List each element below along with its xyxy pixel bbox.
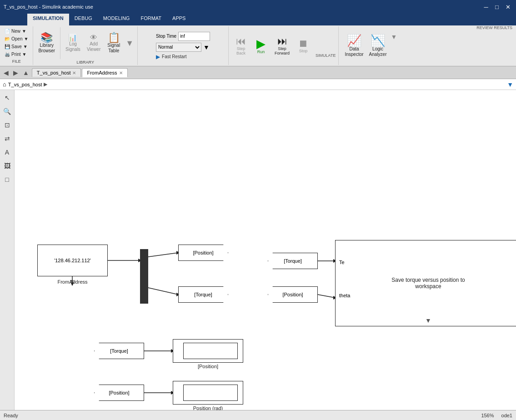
library-expand-icon[interactable]: ▼: [125, 38, 135, 49]
goto-torque-text: [Torque]: [194, 292, 212, 297]
fast-restart-icon: ▶: [156, 54, 160, 60]
rect-icon[interactable]: □: [1, 174, 13, 185]
ribbon: 📄 New ▼ 📂 Open ▼ 💾 Save ▼ 🖨️ Print: [0, 25, 516, 66]
print-button[interactable]: 🖨️ Print ▼: [3, 51, 30, 58]
goto-torque-block[interactable]: [Torque]: [178, 286, 228, 303]
sim-mode-select[interactable]: Normal Accelerator Rapid Accelerator: [156, 43, 201, 52]
solver-type: ode1: [501, 413, 512, 418]
tab-simulation[interactable]: SIMULATION: [27, 14, 69, 25]
step-forward-icon: ⏭: [277, 36, 287, 46]
minimize-button[interactable]: ─: [481, 2, 491, 11]
new-icon: 📄: [5, 29, 10, 34]
status-bar: Ready 156% ode1: [0, 410, 516, 420]
goto-position-block[interactable]: [Position]: [178, 245, 228, 261]
tab-from-address[interactable]: FromAddress ✕: [82, 68, 127, 77]
signal-table-button[interactable]: 📋 SignalTable: [105, 31, 123, 55]
home-icon[interactable]: ⌂: [3, 81, 6, 88]
open-button[interactable]: 📂 Open ▼: [3, 35, 30, 42]
tab-apps[interactable]: APPS: [167, 14, 191, 25]
prepare-expand-icon[interactable]: ▼: [203, 44, 210, 51]
run-button[interactable]: ▶ Run: [251, 35, 271, 56]
forward-button[interactable]: ▶: [11, 68, 20, 77]
ribbon-group-file: 📄 New ▼ 📂 Open ▼ 💾 Save ▼ 🖨️ Print: [0, 26, 33, 65]
review-expand-icon[interactable]: ▼: [390, 32, 398, 41]
log-signals-icon: 📊: [68, 34, 77, 41]
fromaddress-block[interactable]: '128.46.212.112': [37, 245, 108, 276]
run-icon: ▶: [256, 38, 266, 50]
address-bar: ⌂ T_vs_pos_host ▶ ▼: [0, 79, 516, 90]
scope2-display: [183, 385, 238, 401]
te-label: Te: [339, 260, 345, 265]
print-icon: 🖨️: [5, 52, 10, 57]
tab-format[interactable]: FORMAT: [135, 14, 167, 25]
step-back-button[interactable]: ⏮ StepBack: [231, 34, 250, 58]
tab-t-vs-pos-host[interactable]: T_vs_pos_host ✕: [32, 68, 81, 77]
simulate-label: SIMULATE: [314, 36, 336, 64]
add-viewer-button[interactable]: 👁 AddViewer: [85, 33, 103, 54]
from-torque2-text: [Torque]: [110, 348, 128, 354]
scope2-label: Position (rad): [173, 405, 243, 410]
review-label: REVIEW RESULTS: [476, 25, 512, 30]
main-layout: ↖ 🔍 ⊡ ⇄ A 🖼 □: [0, 90, 516, 410]
from-torque1-text: [Torque]: [284, 258, 302, 264]
stop-time-input[interactable]: [178, 32, 210, 41]
canvas: '128.46.212.112' FromAddress [Position] …: [15, 90, 516, 410]
ribbon-group-prepare: Stop Time Normal Accelerator Rapid Accel…: [138, 26, 229, 65]
breadcrumb: T_vs_pos_host: [8, 82, 42, 87]
scope1-block[interactable]: [173, 339, 243, 363]
demux-block[interactable]: [140, 249, 148, 304]
zoom-level: 156%: [481, 413, 494, 418]
from-torque1-block[interactable]: [Torque]: [268, 253, 318, 269]
data-inspector-button[interactable]: 📈 DataInspector: [342, 33, 366, 59]
save-button[interactable]: 💾 Save ▼: [3, 43, 30, 50]
title-bar: T_vs_pos_host - Simulink academic use ─ …: [0, 0, 516, 14]
from-torque2-block[interactable]: [Torque]: [94, 343, 144, 359]
signal-table-icon: 📋: [108, 33, 120, 43]
image-icon[interactable]: 🖼: [1, 160, 13, 172]
logic-analyzer-button[interactable]: 📉 LogicAnalyzer: [367, 33, 389, 59]
save-block-text: Save torque versus position to workspace: [382, 277, 475, 290]
up-button[interactable]: ▲: [21, 68, 31, 77]
app-title: T_vs_pos_host - Simulink academic use: [4, 4, 93, 10]
fromaddr-down-arrow: ▼: [69, 278, 75, 285]
status-ready: Ready: [4, 413, 18, 418]
left-toolbar: ↖ 🔍 ⊡ ⇄ A 🖼 □: [0, 90, 15, 410]
save-block[interactable]: Save torque versus position to workspace…: [335, 240, 516, 326]
maximize-button[interactable]: □: [492, 2, 501, 11]
text-icon[interactable]: A: [1, 146, 13, 158]
new-button[interactable]: 📄 New ▼: [3, 28, 30, 35]
log-signals-button[interactable]: 📊 LogSignals: [63, 33, 83, 54]
tab-label-active: FromAddress: [87, 70, 117, 75]
toggle-icon[interactable]: ⇄: [1, 133, 13, 145]
data-inspector-icon: 📈: [347, 35, 361, 46]
goto-position-text: [Position]: [193, 250, 213, 255]
ribbon-group-review: 📈 DataInspector 📉 LogicAnalyzer ▼ REVIEW…: [339, 26, 516, 65]
fit-view-icon[interactable]: ⊡: [1, 119, 13, 131]
open-icon: 📂: [5, 36, 10, 41]
nav-icon[interactable]: ↖: [1, 92, 13, 104]
stop-button[interactable]: ⏹ Stop: [294, 36, 313, 55]
from-position2-text: [Position]: [109, 390, 129, 395]
save-down-arrow: ▼: [425, 317, 431, 324]
from-position1-text: [Position]: [282, 292, 303, 297]
svg-line-8: [318, 295, 335, 298]
back-button[interactable]: ◀: [2, 68, 10, 77]
ribbon-group-library: 📚 LibraryBrowser 📊 LogSignals 👁 AddViewe…: [33, 26, 138, 65]
svg-line-4: [148, 288, 178, 295]
close-button[interactable]: ✕: [503, 2, 512, 11]
ribbon-group-simulate: ⏮ StepBack ▶ Run ⏭ StepForward ⏹ Stop SI…: [229, 26, 339, 65]
ribbon-tabs: SIMULATION DEBUG MODELING FORMAT APPS: [0, 14, 516, 25]
from-position2-block[interactable]: [Position]: [94, 385, 144, 401]
tab-close-1[interactable]: ✕: [119, 70, 123, 75]
library-browser-button[interactable]: 📚 LibraryBrowser: [36, 31, 57, 55]
addr-expand-icon[interactable]: ▼: [507, 81, 513, 88]
step-forward-button[interactable]: ⏭ StepForward: [271, 34, 293, 58]
fromaddress-text: '128.46.212.112': [54, 258, 91, 263]
scope2-block[interactable]: [173, 381, 243, 405]
from-position1-block[interactable]: [Position]: [268, 286, 318, 303]
zoom-in-icon[interactable]: 🔍: [1, 105, 13, 117]
tab-debug[interactable]: DEBUG: [69, 14, 98, 25]
tab-close-0[interactable]: ✕: [72, 70, 76, 75]
tab-modeling[interactable]: MODELING: [98, 14, 135, 25]
save-icon: 💾: [5, 44, 10, 49]
